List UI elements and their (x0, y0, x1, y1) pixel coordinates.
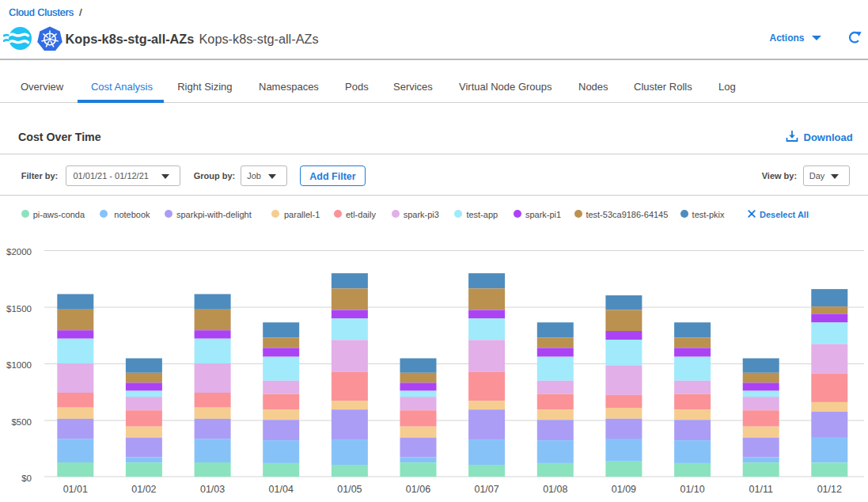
svg-text:$0: $0 (21, 473, 32, 483)
svg-text:$2000: $2000 (6, 247, 32, 257)
svg-text:01/05: 01/05 (337, 484, 362, 495)
svg-text:$1000: $1000 (6, 360, 32, 370)
svg-text:01/03: 01/03 (200, 484, 225, 495)
svg-text:01/01: 01/01 (63, 484, 88, 495)
svg-text:01/08: 01/08 (543, 484, 567, 495)
svg-text:01/06: 01/06 (406, 484, 430, 495)
svg-text:$500: $500 (11, 417, 32, 427)
svg-text:$1500: $1500 (6, 304, 32, 314)
svg-text:01/12: 01/12 (817, 484, 842, 495)
svg-text:01/10: 01/10 (680, 484, 704, 495)
svg-text:01/02: 01/02 (131, 484, 156, 495)
svg-text:01/09: 01/09 (612, 484, 636, 495)
svg-text:01/04: 01/04 (269, 484, 294, 495)
svg-text:01/11: 01/11 (749, 484, 773, 495)
svg-text:01/07: 01/07 (474, 484, 498, 495)
